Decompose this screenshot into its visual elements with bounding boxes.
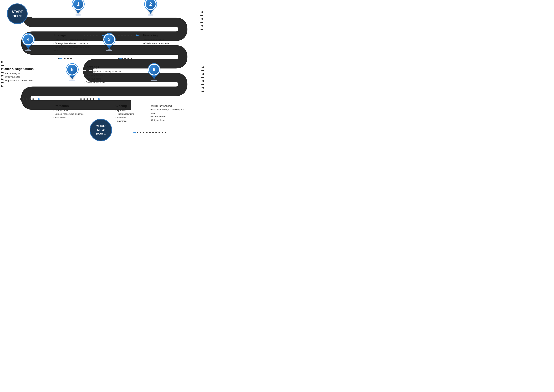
info-protection: Protection Offer accepted Earnest money/…: [53, 104, 84, 119]
info-closing-details: Utilities in your name Final walk throug…: [150, 104, 188, 122]
svg-marker-51: [133, 132, 136, 133]
pin-3: 3: [103, 34, 115, 51]
pin-6: 6: [148, 64, 160, 81]
svg-marker-16: [136, 35, 140, 36]
strategy-list: Find a REALTOR® you can trust Strategic …: [53, 38, 93, 52]
svg-point-49: [140, 132, 141, 133]
row2-dots-right: [117, 57, 152, 60]
svg-point-36: [83, 98, 85, 100]
svg-marker-67: [201, 70, 204, 71]
svg-marker-54: [200, 18, 203, 20]
svg-point-42: [162, 132, 163, 133]
info-showings: Showings Concierge home showing speciali…: [85, 65, 121, 84]
svg-point-35: [80, 98, 82, 100]
svg-point-50: [137, 132, 138, 133]
showings-list: Concierge home showing specialist View y…: [85, 70, 121, 84]
svg-point-20: [67, 58, 69, 59]
svg-marker-69: [201, 77, 204, 78]
bottom-dots-left: [131, 131, 179, 134]
svg-point-14: [128, 35, 129, 36]
svg-point-21: [70, 58, 72, 59]
start-badge: STARTHERE: [7, 3, 28, 24]
svg-point-44: [156, 132, 157, 133]
svg-point-8: [93, 35, 94, 36]
svg-marker-22: [59, 58, 62, 59]
svg-point-29: [20, 98, 21, 100]
info-offer: Offer & Negotiations Market analysis Wri…: [3, 67, 34, 82]
strategy-title: Strategy: [53, 34, 93, 37]
svg-point-26: [128, 58, 129, 59]
offer-title: Offer & Negotiations: [3, 67, 34, 71]
svg-point-39: [93, 98, 94, 100]
svg-marker-52: [200, 11, 203, 13]
infographic: STARTHERE YOURNEWHOME 1 2 3 4: [0, 0, 207, 147]
svg-point-47: [146, 132, 148, 133]
svg-marker-28: [119, 58, 122, 59]
pin-2: 2: [145, 0, 156, 16]
svg-marker-71: [201, 84, 204, 85]
closing-details-list: Utilities in your name Final walk throug…: [150, 104, 188, 122]
svg-point-30: [23, 98, 24, 100]
svg-marker-68: [201, 73, 204, 75]
tri-markers-right-mid: [200, 65, 207, 93]
pin-2-number: 2: [149, 1, 152, 7]
row3-dots-mid: [79, 97, 114, 101]
svg-point-38: [90, 98, 91, 100]
pin-5-number: 5: [71, 67, 74, 72]
svg-point-15: [131, 35, 132, 36]
pin-4: 4: [22, 34, 34, 51]
svg-point-31: [26, 98, 28, 100]
svg-point-41: [165, 132, 166, 133]
svg-marker-53: [200, 15, 203, 16]
svg-marker-57: [200, 28, 203, 30]
svg-marker-73: [201, 91, 204, 92]
protection-title: Protection: [53, 104, 84, 108]
svg-marker-72: [201, 87, 204, 89]
svg-marker-56: [200, 25, 203, 27]
offer-list: Market analysis Write your offer Negotia…: [3, 72, 34, 82]
svg-marker-59: [1, 65, 4, 66]
tri-markers-top-right: [199, 10, 206, 31]
closing-list: Appraisal Final underwriting Title work …: [115, 109, 135, 123]
svg-point-46: [149, 132, 151, 133]
svg-point-25: [124, 58, 126, 59]
closing-title: Closing: [115, 104, 135, 108]
info-closing: Closing Appraisal Final underwriting Tit…: [115, 104, 135, 123]
svg-point-33: [32, 98, 34, 100]
svg-point-45: [152, 132, 154, 133]
financing-list: Mortgage application Obtain pre-approval…: [143, 38, 170, 45]
end-badge: YOURNEWHOME: [90, 119, 112, 141]
svg-marker-70: [201, 80, 204, 82]
row2-dots-left: [57, 57, 91, 60]
svg-point-12: [121, 35, 123, 36]
start-label: STARTHERE: [12, 10, 23, 18]
pin-5: 5: [66, 64, 78, 81]
pin-4-number: 4: [27, 37, 30, 42]
svg-marker-55: [200, 21, 203, 23]
row3-dots-right: [19, 97, 53, 101]
svg-marker-65: [1, 85, 4, 87]
pin-1-number: 1: [77, 1, 80, 7]
svg-marker-40: [98, 98, 102, 100]
pin-6-number: 6: [153, 67, 156, 72]
svg-point-13: [124, 35, 126, 36]
end-label: YOURNEWHOME: [96, 124, 106, 136]
svg-point-32: [29, 98, 31, 100]
svg-point-27: [131, 58, 132, 59]
info-strategy: Strategy Find a REALTOR® you can trust S…: [53, 34, 93, 52]
protection-list: Offer accepted Earnest money/due diligen…: [53, 109, 84, 119]
svg-point-11: [118, 35, 120, 36]
pin-1: 1: [72, 0, 84, 16]
pin-3-number: 3: [108, 37, 111, 42]
showings-title: Showings: [85, 65, 121, 69]
svg-marker-66: [201, 66, 204, 68]
svg-marker-58: [1, 61, 4, 63]
svg-point-43: [158, 132, 160, 133]
financing-title: Financing: [143, 34, 170, 37]
svg-point-19: [64, 58, 65, 59]
svg-point-48: [143, 132, 144, 133]
svg-marker-34: [38, 98, 41, 100]
info-financing: Financing Mortgage application Obtain pr…: [143, 34, 170, 45]
svg-point-9: [96, 35, 98, 36]
svg-point-37: [86, 98, 88, 100]
